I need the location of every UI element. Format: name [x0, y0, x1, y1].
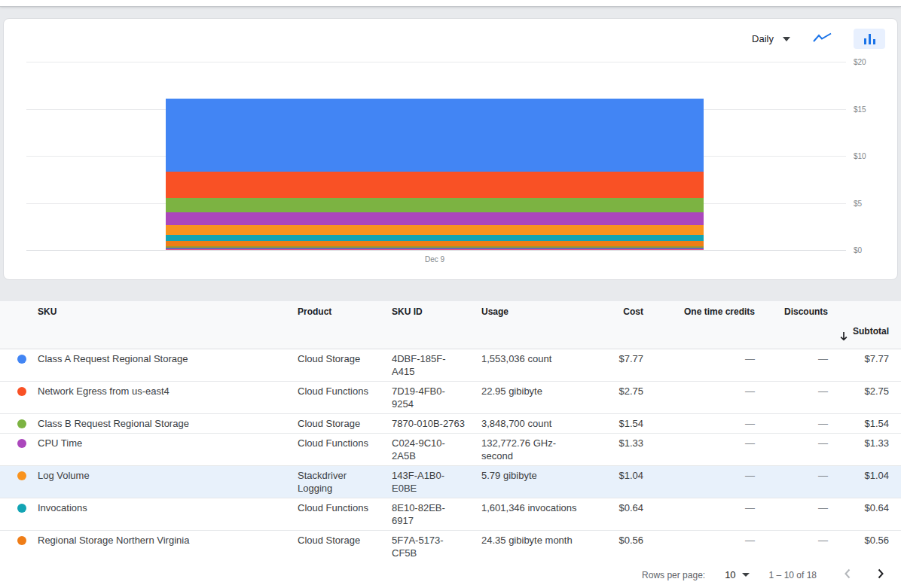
header-discounts[interactable]: Discounts — [755, 301, 828, 349]
header-product[interactable]: Product — [298, 301, 392, 349]
cell-color — [0, 414, 38, 433]
cell-usage: 132,772.76 GHz-second — [481, 434, 598, 465]
cell-color — [0, 466, 38, 498]
line-chart-icon — [813, 32, 832, 45]
cell-discounts: — — [755, 414, 828, 433]
bar-segment[interactable] — [166, 172, 704, 197]
bar-segment[interactable] — [166, 235, 704, 241]
interval-select-value: Daily — [752, 33, 774, 44]
cell-discounts: — — [755, 466, 828, 498]
stacked-bar-chart: $0$5$10$15$20 Dec 9 — [23, 62, 846, 250]
rows-per-page-value: 10 — [725, 569, 735, 580]
header-subtotal-label: Subtotal — [853, 325, 889, 338]
bar-chart-toggle[interactable] — [854, 29, 885, 49]
cell-product: Cloud Storage — [298, 414, 392, 433]
cell-one-time-credits: — — [643, 498, 755, 530]
header-subtotal[interactable]: Subtotal — [828, 301, 901, 349]
top-toolbar-edge — [0, 0, 901, 7]
cell-one-time-credits: — — [643, 466, 755, 498]
y-axis-tick-label: $5 — [854, 199, 862, 207]
table-row[interactable]: Regional Storage Northern VirginiaCloud … — [0, 531, 901, 563]
cell-cost: $2.75 — [598, 382, 643, 413]
cell-color — [0, 531, 38, 562]
chart-controls: Daily — [750, 29, 885, 49]
table-row[interactable]: Class A Request Regional StorageCloud St… — [0, 349, 901, 382]
cell-sku-id: 4DBF-185F-A415 — [392, 349, 481, 381]
cell-usage: 3,848,700 count — [481, 414, 598, 433]
cell-subtotal: $1.04 — [828, 466, 901, 498]
cell-discounts: — — [755, 382, 828, 413]
cell-sku: Invocations — [38, 498, 298, 530]
sku-color-dot — [17, 504, 26, 513]
chart-card: Daily $0$5$10$15$20 Dec 9 — [3, 18, 898, 280]
cell-color — [0, 382, 38, 413]
bar-segment[interactable] — [166, 241, 704, 246]
sku-color-dot — [17, 439, 26, 448]
cell-subtotal: $1.54 — [828, 414, 901, 433]
bar-segment[interactable] — [166, 249, 704, 250]
table-row[interactable]: Class B Request Regional StorageCloud St… — [0, 414, 901, 434]
cell-product: Cloud Storage — [298, 349, 392, 381]
cell-one-time-credits: — — [643, 382, 755, 413]
cell-usage: 1,553,036 count — [481, 349, 598, 381]
interval-select[interactable]: Daily — [750, 30, 792, 47]
cell-sku: Network Egress from us-east4 — [38, 382, 298, 413]
bar-chart-icon — [864, 34, 875, 44]
cell-sku: CPU Time — [38, 434, 298, 465]
cell-usage: 5.79 gibibyte — [481, 466, 598, 498]
next-page-button[interactable] — [874, 566, 887, 583]
cell-sku: Class A Request Regional Storage — [38, 349, 298, 381]
cell-subtotal: $1.33 — [828, 434, 901, 465]
y-axis-tick-label: $0 — [854, 246, 862, 254]
cell-usage: 22.95 gibibyte — [481, 382, 598, 413]
dropdown-caret-icon — [783, 37, 790, 41]
table-row[interactable]: Network Egress from us-east4Cloud Functi… — [0, 382, 901, 414]
header-one-time-credits[interactable]: One time credits — [643, 301, 755, 349]
cell-subtotal: $7.77 — [828, 349, 901, 381]
gridline: $20 — [26, 62, 846, 62]
cell-sku-id: 5F7A-5173-CF5B — [392, 531, 481, 562]
page-range-label: 1 – 10 of 18 — [769, 570, 817, 580]
cell-one-time-credits: — — [643, 349, 755, 381]
cell-cost: $7.77 — [598, 349, 643, 381]
cell-cost: $1.04 — [598, 466, 643, 498]
dropdown-caret-icon — [742, 573, 750, 577]
cell-one-time-credits: — — [643, 531, 755, 562]
cell-usage: 1,601,346 invocations — [481, 498, 598, 530]
cell-cost: $1.54 — [598, 414, 643, 433]
cell-color — [0, 434, 38, 465]
cell-discounts: — — [755, 349, 828, 381]
header-sku-id[interactable]: SKU ID — [392, 301, 481, 349]
cell-cost: $0.64 — [598, 498, 643, 530]
line-chart-toggle[interactable] — [807, 29, 838, 49]
cell-discounts: — — [755, 434, 828, 465]
bar-segment[interactable] — [166, 198, 704, 212]
cell-product: Cloud Functions — [298, 382, 392, 413]
cell-product: Cloud Storage — [298, 531, 392, 562]
sku-color-dot — [17, 419, 26, 428]
bar-segment[interactable] — [166, 225, 704, 235]
y-axis-tick-label: $20 — [854, 58, 866, 66]
table-header-row: SKU Product SKU ID Usage Cost One time c… — [0, 301, 901, 349]
x-axis-label: Dec 9 — [166, 255, 704, 264]
cell-subtotal: $0.56 — [828, 531, 901, 562]
cell-subtotal: $0.64 — [828, 498, 901, 530]
gridline: $0 — [26, 250, 846, 251]
header-sku[interactable]: SKU — [38, 301, 298, 349]
table-row[interactable]: CPU TimeCloud FunctionsC024-9C10- 2A5B13… — [0, 434, 901, 466]
header-usage[interactable]: Usage — [481, 301, 598, 349]
table-row[interactable]: Log VolumeStackdriver Logging143F-A1B0-E… — [0, 466, 901, 498]
sort-desc-icon — [839, 318, 848, 345]
sku-color-dot — [17, 471, 26, 480]
bar-segment[interactable] — [166, 99, 704, 172]
sku-cost-table: SKU Product SKU ID Usage Cost One time c… — [0, 301, 901, 588]
header-cost[interactable]: Cost — [598, 301, 643, 349]
cell-product: Stackdriver Logging — [298, 466, 392, 498]
table-row[interactable]: InvocationsCloud Functions8E10-82EB-6917… — [0, 498, 901, 531]
sku-color-dot — [17, 387, 26, 396]
cell-sku: Class B Request Regional Storage — [38, 414, 298, 433]
rows-per-page-select[interactable]: 10 — [725, 569, 749, 580]
bar-segment[interactable] — [166, 212, 704, 225]
cell-sku-id: 143F-A1B0-E0BE — [392, 466, 481, 498]
prev-page-button[interactable] — [841, 566, 854, 583]
